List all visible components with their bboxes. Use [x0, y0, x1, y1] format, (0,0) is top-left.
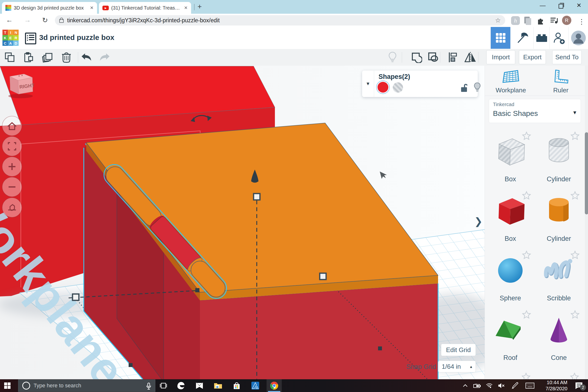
microphone-icon[interactable]: [146, 383, 151, 390]
tab-tinkercad[interactable]: 3D design 3d printed puzzle box ✕: [2, 2, 97, 14]
shape-tile-scribble[interactable]: Scribble: [536, 249, 582, 308]
url-box[interactable]: tinkercad.com/things/jgY3iR2xqKc-3d-prin…: [55, 15, 505, 26]
delete-button[interactable]: [60, 50, 73, 64]
show-hide-bulb-icon[interactable]: [474, 82, 481, 92]
volume-muted-icon: [496, 379, 508, 392]
favorite-star-icon[interactable]: [570, 131, 580, 141]
lego-brick-button[interactable]: [533, 27, 550, 49]
shape-tile-sphere[interactable]: Sphere: [487, 249, 533, 308]
shape-tile-box-striped[interactable]: Box: [487, 130, 533, 190]
store-icon[interactable]: [227, 379, 246, 392]
shape-tile-roof[interactable]: Roof: [487, 308, 533, 368]
shape-tile-cone[interactable]: Cone: [536, 308, 582, 368]
forward-icon[interactable]: →: [24, 16, 31, 24]
lock-open-icon[interactable]: [460, 83, 469, 92]
affinity-designer-icon[interactable]: [246, 379, 264, 392]
snap-grid-dropdown[interactable]: 1/64 in ▴: [438, 361, 476, 372]
shape-category-dropdown[interactable]: Tinkercad Basic Shapes ▾: [489, 99, 581, 123]
home-view-button[interactable]: [2, 116, 22, 136]
shape-label: Cylinder: [536, 176, 582, 183]
send-to-button[interactable]: Send To: [552, 50, 582, 64]
shapes-panel: Workplane Ruler Tinkercad Basic Shapes ▾: [484, 66, 588, 379]
reload-icon[interactable]: ↻: [42, 16, 48, 24]
tinkercad-logo[interactable]: TIN KER CAD: [2, 30, 18, 46]
ungroup-button[interactable]: [426, 50, 440, 64]
copy-button[interactable]: [3, 50, 17, 64]
favorite-star-icon[interactable]: [522, 250, 532, 260]
mail-icon[interactable]: [190, 379, 209, 392]
color-swatch-transparent[interactable]: [393, 82, 403, 92]
favorite-star-icon[interactable]: [570, 372, 580, 379]
light-preview-button[interactable]: [386, 50, 399, 64]
invite-user-button[interactable]: [549, 27, 569, 49]
favorite-star-icon[interactable]: [521, 372, 531, 379]
docs-extension-icon[interactable]: [524, 17, 530, 24]
extensions-puzzle-icon[interactable]: [536, 17, 544, 24]
redo-button[interactable]: [98, 50, 112, 64]
favorite-star-icon[interactable]: [522, 131, 532, 141]
tray-clock[interactable]: 10:44 AM 7/28/2020: [540, 380, 568, 392]
shape-tile-cylinder-striped[interactable]: Cylinder: [536, 130, 582, 190]
edit-grid-button[interactable]: Edit Grid: [441, 344, 476, 356]
panel-scrollbar-track[interactable]: [585, 66, 588, 379]
align-button[interactable]: [446, 50, 460, 64]
account-avatar[interactable]: [568, 27, 588, 49]
zoom-in-button[interactable]: [2, 157, 22, 176]
windows-taskbar: Type here to search: [0, 379, 588, 392]
inspector-collapse-icon[interactable]: ▼: [362, 70, 374, 97]
category-source: Tinkercad: [493, 102, 577, 107]
browser-profile-avatar[interactable]: R: [562, 16, 571, 25]
duplicate-button[interactable]: [41, 50, 54, 64]
import-button[interactable]: Import: [486, 50, 515, 64]
paste-button[interactable]: [22, 50, 35, 64]
minecraft-pickaxe-button[interactable]: [510, 27, 534, 49]
taskbar-search[interactable]: Type here to search: [18, 380, 155, 392]
favorite-star-icon[interactable]: [570, 310, 580, 320]
3d-viewport[interactable]: Workplane: [0, 66, 484, 379]
edit-toolbar: Import Export Send To: [0, 49, 588, 66]
window-minimize-button[interactable]: —: [537, 2, 548, 9]
panel-scrollbar-thumb[interactable]: [585, 132, 588, 214]
window-restore-button[interactable]: [558, 4, 563, 8]
dashboard-grid-button[interactable]: [490, 27, 510, 49]
workplane-view-button[interactable]: [2, 198, 22, 217]
chrome-icon[interactable]: [266, 379, 282, 392]
favorite-star-icon[interactable]: [570, 191, 580, 201]
edge-icon[interactable]: [172, 379, 190, 392]
new-tab-button[interactable]: +: [198, 2, 202, 11]
url-text[interactable]: tinkercad.com/things/jgY3iR2xqKc-3d-prin…: [67, 17, 495, 24]
panel-collapse-chevron[interactable]: ❯: [474, 216, 483, 227]
workplane-tool[interactable]: Workplane: [486, 68, 535, 95]
fit-view-button[interactable]: [2, 136, 22, 156]
file-explorer-icon[interactable]: [209, 379, 227, 392]
tab-youtube[interactable]: ▶ (31) Tinkercad Tutorial: Treasure E ✕: [99, 2, 191, 14]
action-center-button[interactable]: 2: [570, 379, 588, 392]
browser-menu-icon[interactable]: ⋮: [578, 18, 585, 26]
design-menu-icon[interactable]: [25, 32, 36, 44]
zoom-out-button[interactable]: [2, 177, 22, 197]
browser-tab-bar: 3D design 3d printed puzzle box ✕ ▶ (31)…: [0, 0, 588, 14]
mirror-button[interactable]: [464, 50, 477, 64]
honey-extension-icon[interactable]: h: [511, 16, 520, 25]
undo-button[interactable]: [80, 50, 93, 64]
export-button[interactable]: Export: [519, 50, 546, 64]
favorite-star-icon[interactable]: [570, 250, 580, 260]
color-swatch-solid[interactable]: [378, 82, 388, 92]
close-tab-icon[interactable]: ✕: [90, 5, 94, 10]
start-button[interactable]: [0, 379, 15, 392]
task-view-button[interactable]: [155, 379, 172, 392]
panel-divider: [485, 96, 588, 96]
window-close-button[interactable]: ✕: [573, 2, 584, 9]
back-icon[interactable]: ←: [6, 16, 13, 24]
design-title[interactable]: 3d printed puzzle box: [39, 33, 114, 42]
shape-tile-box-red[interactable]: Box: [487, 190, 533, 249]
ruler-tool[interactable]: Ruler: [536, 68, 585, 95]
group-button[interactable]: [410, 50, 423, 64]
favorite-star-icon[interactable]: [522, 191, 532, 201]
bookmark-star-icon[interactable]: ☆: [495, 17, 501, 24]
playlist-extension-icon[interactable]: [550, 17, 558, 24]
shape-tile-cylinder-orange[interactable]: Cylinder: [536, 190, 582, 249]
close-tab-icon[interactable]: ✕: [184, 5, 188, 10]
tray-chevron-icon[interactable]: [460, 379, 471, 392]
favorite-star-icon[interactable]: [522, 310, 532, 320]
